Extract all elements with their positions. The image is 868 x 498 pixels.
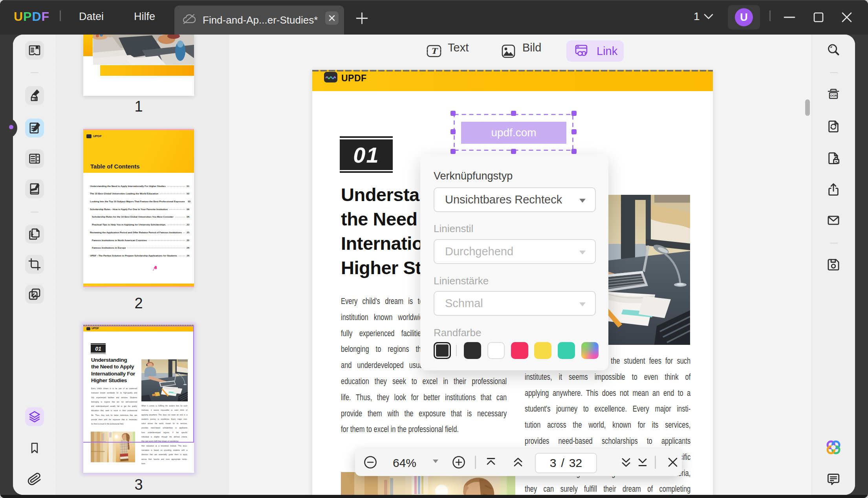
selection-handle-se[interactable] (571, 149, 577, 154)
doc-logo-text: UPDF (341, 73, 367, 84)
page-thumbnail-1[interactable] (83, 35, 194, 96)
link-annotation[interactable]: updf.com (461, 122, 566, 144)
border-color-swatch-5[interactable] (581, 342, 599, 359)
last-page-button[interactable] (635, 449, 650, 476)
toc-row: Practical Tips to Help You in Applying f… (83, 218, 194, 226)
tab-close-button[interactable] (325, 11, 339, 25)
border-color-swatch-4[interactable] (558, 342, 575, 359)
new-tab-button[interactable] (356, 12, 368, 24)
selection-handle-s[interactable] (511, 149, 516, 154)
text-mode-icon[interactable]: T (427, 45, 441, 57)
total-pages: 32 (569, 456, 582, 470)
toc-row: Famous Institutions in Europe 26 (83, 242, 194, 249)
zoom-level[interactable]: 64% (393, 456, 428, 470)
selection-handle-nw[interactable] (450, 111, 456, 116)
border-color-swatch-1[interactable] (487, 342, 505, 359)
maximize-button[interactable] (807, 0, 830, 35)
previous-page-button[interactable] (510, 449, 526, 476)
visible-area-indicator[interactable] (83, 326, 194, 443)
zoom-caret-icon[interactable] (433, 460, 438, 463)
protect-button[interactable] (824, 149, 843, 168)
border-color-swatch-3[interactable] (534, 342, 551, 359)
close-icon (667, 456, 679, 468)
convert-button[interactable] (824, 117, 843, 136)
reader-mode-button[interactable] (25, 41, 44, 60)
toc-leader (168, 225, 185, 225)
selection-handle-sw[interactable] (450, 149, 456, 154)
share-icon (826, 182, 841, 197)
toc-page-number: 02 (187, 192, 189, 195)
page-number-box[interactable]: 3 / 32 (535, 453, 597, 473)
zoom-out-button[interactable] (363, 449, 378, 476)
thumb2-yellow-header: UPDF Table of Contents (83, 130, 194, 173)
attachment-panel-button[interactable] (25, 470, 44, 489)
minimize-button[interactable] (778, 0, 801, 35)
left-toolbar (13, 35, 56, 495)
border-color-swatch-selected[interactable] (434, 342, 451, 359)
line-style-select[interactable]: Durchgehend (434, 239, 596, 264)
close-nav-button[interactable] (665, 449, 681, 476)
toc-title: Looking Into the Top 10 Subject Majors T… (90, 200, 185, 203)
text-mode-button[interactable]: Text (448, 41, 469, 54)
selection-handle-e[interactable] (571, 129, 577, 134)
document-tab[interactable]: Find-and-Ap...er-Studies* (174, 5, 344, 35)
pages-button[interactable] (25, 225, 44, 244)
organize-icon (27, 152, 42, 166)
current-page[interactable]: 3 (550, 456, 557, 470)
zoom-in-button[interactable] (451, 449, 467, 476)
watermark-button[interactable] (25, 285, 44, 304)
highlight-tool-button[interactable] (25, 86, 44, 105)
account-button[interactable]: U (728, 5, 760, 29)
save-button[interactable] (824, 255, 843, 274)
link-mode-button[interactable]: Link (566, 40, 624, 62)
border-color-swatch-2[interactable] (511, 342, 528, 359)
svg-text:T: T (431, 46, 439, 56)
right-toolbar: OCR (811, 35, 855, 495)
share-button[interactable] (824, 180, 843, 199)
next-page-button[interactable] (618, 449, 634, 476)
border-color-swatch-0[interactable] (464, 342, 481, 359)
organize-pages-button[interactable] (25, 149, 44, 168)
menu-datei[interactable]: Datei (79, 11, 104, 23)
selection-handle-n[interactable] (511, 111, 516, 116)
crop-icon (27, 257, 42, 271)
image-mode-button[interactable]: Bild (522, 41, 541, 54)
page-thumbnail-2[interactable]: UPDF Table of Contents Understanding the… (83, 129, 194, 288)
edit-tool-button[interactable] (25, 119, 44, 137)
mail-button[interactable] (824, 211, 843, 230)
toc-row: UPDF - The Perfect Solution to Prepare S… (83, 249, 194, 257)
link-properties-dialog: Verknüpfungstyp Unsichtbares Rechteck Li… (420, 154, 608, 370)
comment-button[interactable] (824, 470, 843, 489)
selection-handle-w[interactable] (450, 129, 456, 134)
fill-sign-icon (27, 182, 42, 196)
thumb2-logo-text: UPDF (93, 134, 102, 138)
chevron-down-icon (579, 199, 586, 203)
highlighter-icon (27, 88, 42, 103)
first-page-button[interactable] (483, 449, 499, 476)
selection-handle-ne[interactable] (571, 111, 577, 116)
page-thumbnail-3[interactable]: UPDF 01 Understandingthe Need to ApplyIn… (83, 325, 194, 473)
menu-hilfe[interactable]: Hilfe (134, 11, 155, 23)
ocr-icon: OCR (826, 87, 841, 103)
window-page-count[interactable]: 1 (694, 10, 700, 23)
line-width-select[interactable]: Schmal (434, 291, 596, 316)
link-annotation-selection[interactable]: updf.com (454, 114, 573, 151)
toc-title: Famous Institutions in North American Co… (90, 239, 147, 242)
thumbnail-panel-button[interactable] (25, 407, 44, 426)
maximize-icon (813, 12, 824, 22)
ocr-button[interactable]: OCR (824, 85, 843, 104)
last-page-icon (636, 456, 649, 469)
link-type-select[interactable]: Unsichtbares Rechteck (434, 187, 596, 212)
chevron-down-icon[interactable] (703, 13, 714, 20)
image-mode-icon[interactable] (502, 44, 515, 58)
fill-sign-button[interactable] (25, 179, 44, 198)
toc-title: UPDF - The Perfect Solution to Prepare S… (90, 254, 177, 257)
toc-page-number: 01 (187, 185, 189, 187)
toc-page-number: 06 (187, 208, 189, 211)
document-scrollbar[interactable] (805, 99, 810, 116)
search-button[interactable] (824, 40, 843, 59)
crop-button[interactable] (25, 255, 44, 274)
updf-ai-button[interactable] (824, 438, 843, 457)
bookmark-panel-button[interactable] (25, 439, 44, 458)
close-window-button[interactable] (835, 0, 859, 35)
